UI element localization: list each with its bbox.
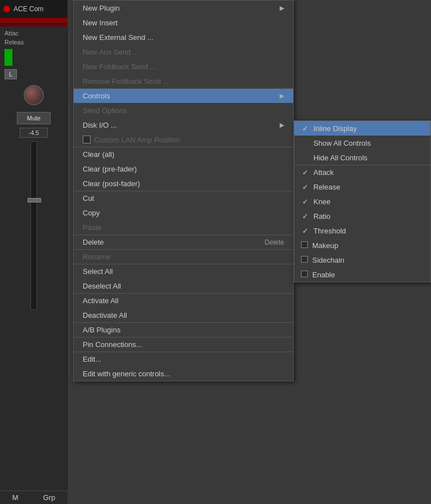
menu-label-new-external-send: New External Send ...	[83, 33, 154, 42]
menu-label-custom-lan-amp-position: Custom LAN Amp Position	[94, 136, 180, 144]
menu-item-deselect-all[interactable]: Deselect All	[74, 278, 293, 293]
menu-label-cut: Cut	[83, 194, 94, 202]
menu-item-edit[interactable]: Edit...	[74, 352, 293, 366]
checkbox-custom-lan-amp-position	[83, 136, 91, 143]
pan-knob[interactable]	[24, 85, 44, 105]
menu-label-clear-post-fader: Clear (post-fader)	[83, 179, 140, 188]
sub-menu-item-hide-all-controls[interactable]: Hide All Controls	[294, 150, 430, 165]
menu-label-remove-foldback-send: Remove Foldback Send ...	[83, 77, 169, 86]
menu-label-deselect-all: Deselect All	[83, 282, 121, 290]
sub-label-inline-display: Inline Display	[313, 124, 357, 133]
sub-label-makeup: Makeup	[312, 241, 338, 250]
menu-item-new-foldback-send: New Foldback Send ...	[74, 59, 293, 74]
l-button[interactable]: L	[5, 69, 17, 79]
check-icon-sidechain	[301, 256, 308, 264]
menu-label-edit: Edit...	[83, 355, 101, 363]
menu-label-edit-generic: Edit with generic controls...	[83, 370, 170, 378]
menu-item-deactivate-all[interactable]: Deactivate All	[74, 308, 293, 322]
menu-label-rename: Rename	[83, 253, 110, 261]
checkbox-small-sidechain	[301, 256, 308, 263]
check-icon-release: ✓	[301, 183, 309, 191]
sub-menu-item-release[interactable]: ✓Release	[294, 179, 430, 194]
sub-label-threshold: Threshold	[313, 227, 346, 235]
menu-item-new-plugin[interactable]: New Plugin▶	[74, 1, 293, 15]
arrow-icon-controls: ▶	[280, 92, 284, 100]
check-icon-knee: ✓	[301, 197, 309, 206]
fader-track[interactable]	[30, 141, 37, 310]
sub-menu-item-sidechain[interactable]: Sidechain	[294, 253, 430, 267]
check-icon-threshold: ✓	[301, 227, 309, 235]
menu-item-select-all[interactable]: Select All	[74, 264, 293, 278]
checkbox-small-enable	[301, 271, 308, 277]
menu-item-new-insert[interactable]: New Insert	[74, 15, 293, 30]
shortcut-delete: Delete	[264, 238, 284, 246]
sub-menu-item-show-all-controls[interactable]: Show All Controls	[294, 136, 430, 150]
fader-handle[interactable]	[28, 198, 41, 202]
sub-menu-item-threshold[interactable]: ✓Threshold	[294, 223, 430, 238]
sub-label-hide-all-controls: Hide All Controls	[313, 154, 367, 162]
sub-label-enable: Enable	[312, 271, 335, 279]
menu-item-disk-io[interactable]: Disk I/O ...▶	[74, 118, 293, 132]
menu-label-controls: Controls	[83, 92, 110, 100]
menu-label-paste: Paste	[83, 223, 101, 232]
menu-item-clear-post-fader[interactable]: Clear (post-fader)	[74, 176, 293, 191]
check-icon-attack: ✓	[301, 168, 309, 177]
menu-item-delete[interactable]: DeleteDelete	[74, 235, 293, 249]
menu-label-pin-connections: Pin Connections...	[83, 340, 142, 349]
grp-label: Grp	[43, 493, 55, 502]
main-context-menu: New Plugin▶New InsertNew External Send .…	[73, 0, 294, 381]
sub-menu-item-ratio[interactable]: ✓Ratio	[294, 209, 430, 223]
status-dot	[3, 6, 10, 12]
menu-item-remove-foldback-send: Remove Foldback Send ...	[74, 74, 293, 88]
checkbox-small-makeup	[301, 241, 308, 248]
menu-label-copy: Copy	[83, 209, 100, 217]
menu-item-activate-all[interactable]: Activate All	[74, 293, 293, 308]
menu-label-ab-plugins: A/B Plugins	[83, 326, 120, 334]
bottom-bar: M Grp	[0, 490, 68, 504]
menu-label-new-aux-send: New Aux Send ...	[83, 48, 139, 56]
menu-label-disk-io: Disk I/O ...	[83, 121, 117, 129]
menu-item-copy[interactable]: Copy	[74, 205, 293, 220]
menu-item-rename: Rename	[74, 249, 293, 264]
menu-label-clear-all: Clear (all)	[83, 150, 114, 159]
meter-strip-1	[0, 18, 68, 22]
menu-label-new-insert: New Insert	[83, 19, 118, 27]
menu-item-pin-connections[interactable]: Pin Connections...	[74, 337, 293, 352]
menu-label-clear-pre-fader: Clear (pre-fader)	[83, 165, 137, 173]
sub-menu-item-knee[interactable]: ✓Knee	[294, 194, 430, 209]
check-icon-inline-display: ✓	[301, 124, 309, 133]
fader-value: -4.5	[20, 128, 48, 138]
menu-item-send-options: Send Options	[74, 103, 293, 118]
sub-label-knee: Knee	[313, 197, 330, 206]
m-label: M	[12, 493, 19, 502]
menu-item-new-external-send[interactable]: New External Send ...	[74, 30, 293, 44]
sub-menu-item-enable[interactable]: Enable	[294, 267, 430, 282]
mixer-strips: Attac Releas L Mute -4.5	[0, 18, 68, 312]
menu-item-ab-plugins[interactable]: A/B Plugins	[74, 322, 293, 337]
check-icon-ratio: ✓	[301, 212, 309, 220]
sub-label-show-all-controls: Show All Controls	[313, 139, 371, 147]
attack-label: Attac	[0, 29, 68, 38]
menu-item-clear-all[interactable]: Clear (all)	[74, 147, 293, 161]
menu-item-new-aux-send: New Aux Send ...	[74, 44, 293, 59]
mixer-panel: ACE Com Attac Releas L Mute -4.5 M Grp	[0, 0, 68, 504]
sub-label-sidechain: Sidechain	[312, 256, 344, 264]
mute-button[interactable]: Mute	[17, 112, 51, 124]
meter-strip-2	[0, 23, 68, 26]
sub-context-menu: ✓Inline Display Show All Controls Hide A…	[294, 120, 431, 282]
menu-item-clear-pre-fader[interactable]: Clear (pre-fader)	[74, 161, 293, 176]
sub-label-release: Release	[313, 183, 340, 191]
sub-menu-item-inline-display[interactable]: ✓Inline Display	[294, 121, 430, 136]
arrow-icon-new-plugin: ▶	[280, 4, 284, 12]
app-title: ACE Com	[14, 5, 43, 13]
sub-label-ratio: Ratio	[313, 212, 330, 220]
menu-label-send-options: Send Options	[83, 106, 127, 115]
menu-item-controls[interactable]: Controls▶	[74, 88, 293, 103]
menu-label-delete: Delete	[83, 238, 104, 246]
sub-menu-item-attack[interactable]: ✓Attack	[294, 165, 430, 179]
menu-item-custom-lan-amp-position: Custom LAN Amp Position	[74, 132, 293, 147]
menu-item-cut[interactable]: Cut	[74, 191, 293, 205]
menu-item-edit-generic[interactable]: Edit with generic controls...	[74, 366, 293, 381]
menu-label-deactivate-all: Deactivate All	[83, 311, 127, 320]
sub-menu-item-makeup[interactable]: Makeup	[294, 238, 430, 253]
